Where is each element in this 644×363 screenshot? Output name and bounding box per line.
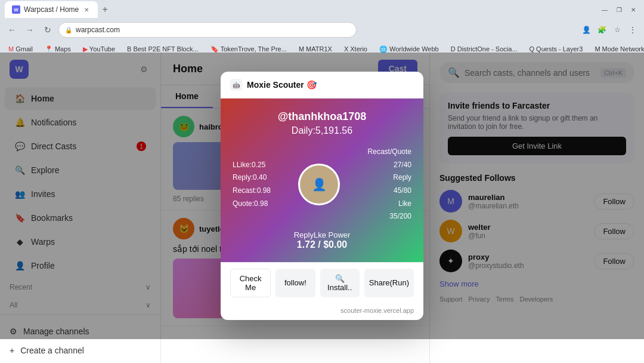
close-button[interactable]: ✕ bbox=[627, 4, 639, 16]
moxie-card: @thanhkhoa1708 Daily:5,191.56 LLike:0.25… bbox=[221, 99, 423, 262]
restore-button[interactable]: ❐ bbox=[613, 4, 625, 16]
create-channel-icon: + bbox=[10, 346, 14, 355]
modal-footer: scouter-moxie.vercel.app bbox=[221, 303, 423, 320]
refresh-button[interactable]: ↻ bbox=[41, 23, 55, 37]
title-bar: W Warpcast / Home ✕ + — ❐ ✕ bbox=[0, 0, 644, 19]
bookmark-icon[interactable]: ☆ bbox=[611, 23, 624, 36]
profile-icon[interactable]: 👤 bbox=[580, 23, 593, 36]
share-run-button[interactable]: Share(Run) bbox=[364, 269, 414, 297]
browser-tab[interactable]: W Warpcast / Home ✕ bbox=[5, 1, 98, 18]
tab-close-button[interactable]: ✕ bbox=[82, 5, 91, 14]
tab-title: Warpcast / Home bbox=[24, 5, 79, 14]
moxie-power-value: 1.72 / $0.00 bbox=[233, 239, 411, 250]
url-text: warpcast.com bbox=[76, 26, 120, 34]
settings-icon[interactable]: ⋮ bbox=[626, 23, 639, 36]
moxie-stats-left: LLike:0.25 Reply:0.40 Recast:0.98 Quote:… bbox=[233, 159, 271, 210]
create-channel-label: Create a channel bbox=[20, 346, 84, 355]
new-tab-button[interactable]: + bbox=[98, 2, 112, 17]
tab-favicon: W bbox=[12, 5, 20, 14]
forward-button[interactable]: → bbox=[23, 23, 37, 37]
moxie-daily: Daily:5,191.56 bbox=[233, 125, 411, 136]
moxie-handle: @thanhkhoa1708 bbox=[233, 110, 411, 123]
moxie-scouter-modal: 🤖 Moxie Scouter 🎯 @thanhkhoa1708 Daily:5… bbox=[221, 72, 423, 320]
modal-title: Moxie Scouter 🎯 bbox=[247, 80, 317, 90]
back-button[interactable]: ← bbox=[5, 23, 19, 37]
modal-header: 🤖 Moxie Scouter 🎯 bbox=[221, 72, 423, 99]
modal-footer-url: scouter-moxie.vercel.app bbox=[340, 307, 414, 314]
create-channel-item[interactable]: + Create a channel bbox=[10, 341, 151, 360]
moxie-stats-right: Recast/Quote 27/40 Reply 45/80 Like 35/2… bbox=[368, 146, 411, 223]
minimize-button[interactable]: — bbox=[599, 4, 611, 16]
moxie-avatar: 👤 bbox=[298, 164, 340, 205]
follow-modal-button[interactable]: follow! bbox=[275, 269, 315, 297]
modal-icon: 🤖 bbox=[230, 79, 242, 91]
modal-overlay[interactable]: 🤖 Moxie Scouter 🎯 @thanhkhoa1708 Daily:5… bbox=[0, 53, 644, 339]
moxie-power-label: ReplyLke Power bbox=[233, 230, 411, 239]
address-bar: ← → ↻ 🔒 warpcast.com 👤 🧩 ☆ ⋮ bbox=[0, 19, 644, 41]
moxie-grid: LLike:0.25 Reply:0.40 Recast:0.98 Quote:… bbox=[233, 146, 411, 223]
check-me-button[interactable]: Check Me bbox=[230, 269, 271, 297]
modal-actions: Check Me follow! 🔍 Install.. Share(Run) bbox=[221, 262, 423, 303]
browser-toolbar: 👤 🧩 ☆ ⋮ bbox=[580, 23, 639, 36]
window-controls: — ❐ ✕ bbox=[599, 4, 639, 16]
install-button[interactable]: 🔍 Install.. bbox=[320, 269, 360, 297]
extensions-icon[interactable]: 🧩 bbox=[595, 23, 608, 36]
moxie-power: ReplyLke Power 1.72 / $0.00 bbox=[233, 230, 411, 250]
modal-body: @thanhkhoa1708 Daily:5,191.56 LLike:0.25… bbox=[221, 99, 423, 262]
url-input[interactable]: 🔒 warpcast.com bbox=[58, 22, 357, 38]
